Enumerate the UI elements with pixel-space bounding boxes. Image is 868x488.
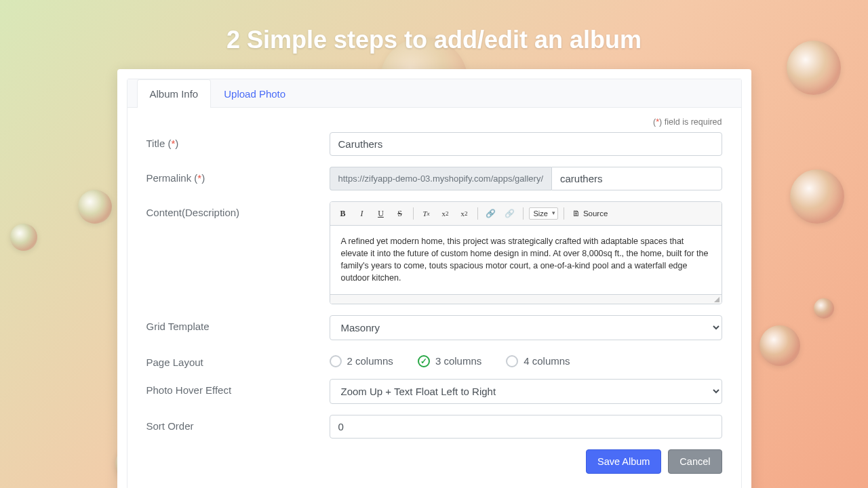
editor-textarea[interactable]: A refined yet modern home, this project … xyxy=(330,226,722,294)
underline-icon[interactable]: U xyxy=(374,206,389,221)
cancel-button[interactable]: Cancel xyxy=(668,449,722,474)
label-content: Content(Description) xyxy=(146,201,330,218)
rich-text-editor: B I U S Tx x2 x2 🔗 🔗 Size xyxy=(330,201,722,304)
radio-2-columns[interactable]: 2 columns xyxy=(330,355,393,367)
radio-3-columns[interactable]: 3 columns xyxy=(418,355,481,367)
editor-toolbar: B I U S Tx x2 x2 🔗 🔗 Size xyxy=(330,202,722,226)
tab-album-info[interactable]: Album Info xyxy=(137,79,212,108)
page-headline: 2 Simple steps to add/edit an album xyxy=(0,0,868,54)
radio-4-columns[interactable]: 4 columns xyxy=(506,355,570,367)
label-grid-template: Grid Template xyxy=(146,315,330,332)
label-hover-effect: Photo Hover Effect xyxy=(146,379,330,396)
permalink-input[interactable] xyxy=(551,167,722,190)
subscript-icon[interactable]: x2 xyxy=(438,206,453,221)
radio-mark-icon xyxy=(418,355,430,367)
font-size-select[interactable]: Size xyxy=(529,207,558,220)
italic-icon[interactable]: I xyxy=(355,206,370,221)
radio-mark-icon xyxy=(506,355,518,367)
superscript-icon[interactable]: x2 xyxy=(457,206,472,221)
source-icon: 🗎 xyxy=(572,209,580,218)
grid-template-select[interactable]: Masonry xyxy=(330,315,722,340)
label-sort-order: Sort Order xyxy=(146,415,330,432)
label-permalink: Permalink (*) xyxy=(146,167,330,184)
unlink-icon[interactable]: 🔗 xyxy=(502,206,517,221)
hover-effect-select[interactable]: Zoom Up + Text Float Left to Right xyxy=(330,379,722,404)
tab-upload-photo[interactable]: Upload Photo xyxy=(211,79,298,108)
link-icon[interactable]: 🔗 xyxy=(484,206,498,221)
sort-order-input[interactable] xyxy=(330,415,722,439)
tab-bar: Album Info Upload Photo xyxy=(127,79,741,108)
remove-format-icon[interactable]: Tx xyxy=(419,206,434,221)
bold-icon[interactable]: B xyxy=(336,206,351,221)
permalink-prefix: https://zifyapp-demo-03.myshopify.com/ap… xyxy=(330,167,552,190)
save-button[interactable]: Save Album xyxy=(586,449,661,474)
editor-resize-handle[interactable] xyxy=(330,294,722,304)
strike-icon[interactable]: S xyxy=(393,206,408,221)
label-title: Title (*) xyxy=(146,132,330,149)
label-page-layout: Page Layout xyxy=(146,351,330,368)
title-input[interactable] xyxy=(330,132,722,156)
form-card: Album Info Upload Photo (*) field is req… xyxy=(117,69,751,488)
source-button[interactable]: 🗎 Source xyxy=(570,208,610,219)
required-note: (*) field is required xyxy=(146,117,722,127)
radio-mark-icon xyxy=(330,355,342,367)
